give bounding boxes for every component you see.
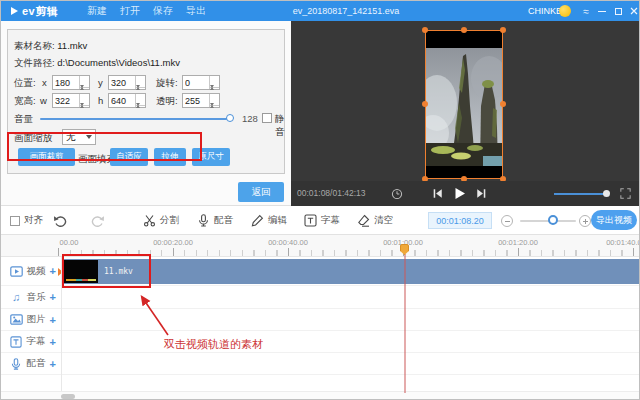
height-spinner[interactable] — [135, 94, 145, 107]
opacity-spinner[interactable] — [209, 94, 219, 107]
add-subtitle-button[interactable]: + — [50, 336, 56, 348]
loop-clock-icon[interactable] — [389, 181, 405, 206]
undo-button[interactable] — [53, 206, 67, 235]
ruler-ticks — [58, 250, 640, 256]
horizontal-scrollbar[interactable] — [1, 391, 640, 400]
redo-button[interactable] — [91, 206, 105, 235]
rotation-spinner[interactable] — [209, 76, 219, 89]
next-frame-button[interactable] — [473, 181, 489, 206]
playback-time: 00:01:08/01:42:13 — [297, 181, 366, 206]
material-name-row: 素材名称: 11.mkv — [14, 40, 87, 53]
avatar[interactable] — [559, 5, 571, 17]
prev-frame-button[interactable] — [429, 181, 445, 206]
export-video-button[interactable]: 导出视频 — [591, 210, 637, 230]
scrollbar-thumb[interactable] — [61, 394, 75, 399]
position-y-spinner[interactable] — [135, 76, 145, 89]
rotation-label: 旋转: — [156, 77, 178, 90]
height-input[interactable] — [109, 94, 135, 107]
subtitle-label: 字幕 — [321, 214, 340, 227]
zoom-in-button[interactable] — [579, 215, 591, 227]
width-input[interactable] — [53, 94, 79, 107]
maximize-button[interactable] — [611, 1, 625, 21]
timeline-ruler[interactable]: 00.00 00:00:20.00 00:00:40.00 00:01:00.0… — [1, 235, 640, 257]
play-button[interactable] — [449, 181, 469, 206]
dub-track-icon — [10, 357, 23, 370]
add-image-button[interactable]: + — [50, 314, 56, 326]
selection-handle-mid-left[interactable] — [422, 101, 428, 107]
current-time-box[interactable]: 00:01:08.20 — [428, 212, 492, 229]
add-music-button[interactable]: + — [50, 291, 56, 303]
preview-volume-handle[interactable] — [603, 190, 610, 197]
position-x-spinner[interactable] — [79, 76, 89, 89]
rotation-field[interactable] — [182, 75, 220, 90]
minimize-button[interactable] — [595, 1, 609, 21]
add-dub-button[interactable]: + — [50, 358, 56, 370]
stretch-button[interactable]: 拉伸 — [154, 148, 186, 166]
minus-icon — [505, 221, 510, 222]
position-y-field[interactable] — [108, 75, 146, 90]
playback-bar: 00:01:08/01:42:13 — [291, 181, 640, 206]
menu-save[interactable]: 保存 — [147, 1, 179, 21]
material-name-label: 素材名称: — [14, 40, 55, 51]
back-button[interactable]: 返回 — [238, 182, 284, 202]
subtitle-track-header: 字幕 + — [1, 331, 61, 352]
image-track-header: 图片 + — [1, 309, 61, 330]
width-field[interactable] — [52, 93, 90, 108]
track-header-divider — [61, 257, 62, 399]
selection-handle-top-left[interactable] — [422, 27, 428, 33]
clear-button[interactable]: 清空 — [357, 206, 393, 235]
video-clip-bar[interactable]: 11.mkv — [61, 259, 640, 284]
crop-button[interactable]: 画面裁剪 — [18, 148, 75, 166]
edit-button[interactable]: 编辑 — [251, 206, 287, 235]
selection-outline — [425, 30, 503, 179]
video-preview-area — [291, 21, 640, 181]
volume-slider-handle[interactable] — [226, 114, 234, 122]
selection-handle-mid-right[interactable] — [500, 101, 506, 107]
scale-select-value: 无 — [66, 131, 76, 144]
add-video-button[interactable]: + — [50, 265, 56, 277]
height-field[interactable] — [108, 93, 146, 108]
volume-slider-track[interactable] — [40, 118, 232, 120]
app-window: ev剪辑 新建 打开 保存 导出 ev_20180817_142151.eva … — [0, 0, 640, 400]
subtitle-button[interactable]: 字幕 — [304, 206, 340, 235]
video-track-label: 视频 — [27, 265, 46, 278]
split-button[interactable]: 分割 — [143, 206, 179, 235]
selection-handle-top-mid[interactable] — [461, 27, 467, 33]
menu-new[interactable]: 新建 — [81, 1, 113, 21]
position-x-field[interactable] — [52, 75, 90, 90]
align-checkbox[interactable] — [10, 216, 20, 226]
menu-export[interactable]: 导出 — [180, 1, 212, 21]
maximize-icon — [615, 8, 622, 15]
position-x-input[interactable] — [53, 76, 79, 89]
music-track-label: 音乐 — [27, 291, 46, 304]
opacity-field[interactable] — [182, 93, 220, 108]
ruler-label: 00.00 — [60, 238, 79, 247]
clip-thumbnail[interactable] — [64, 260, 98, 283]
menu-open[interactable]: 打开 — [114, 1, 146, 21]
mute-checkbox[interactable] — [262, 113, 272, 123]
fullscreen-icon[interactable] — [617, 181, 633, 206]
close-icon — [630, 7, 638, 15]
original-size-button[interactable]: 原尺寸 — [192, 148, 230, 166]
align-toggle[interactable]: 对齐 — [10, 206, 43, 235]
width-spinner[interactable] — [79, 94, 89, 107]
timeline-zoom-handle[interactable] — [548, 215, 558, 225]
rotation-input[interactable] — [183, 76, 209, 89]
clip-thumbnail-stripe — [66, 279, 96, 281]
position-row: 位置: x y 旋转: — [14, 74, 280, 90]
fit-button[interactable]: 自适应 — [110, 148, 148, 166]
close-button[interactable] — [627, 1, 640, 21]
annotation-text: 双击视频轨道的素材 — [164, 337, 263, 352]
preview-volume-track[interactable] — [554, 193, 606, 195]
dub-button[interactable]: 配音 — [197, 206, 233, 235]
zoom-out-button[interactable] — [501, 215, 513, 227]
selection-handle-top-right[interactable] — [500, 27, 506, 33]
image-track-icon — [10, 313, 23, 326]
opacity-input[interactable] — [183, 94, 209, 107]
scale-select[interactable]: 无 — [62, 129, 96, 145]
size-label: 宽高: — [14, 95, 36, 108]
video-frame[interactable] — [425, 30, 503, 179]
position-y-input[interactable] — [109, 76, 135, 89]
theme-wave-icon[interactable]: ≈ — [579, 1, 593, 21]
properties-panel: 素材名称: 11.mkv 文件路径: d:\Documents\Videos\1… — [1, 21, 291, 206]
